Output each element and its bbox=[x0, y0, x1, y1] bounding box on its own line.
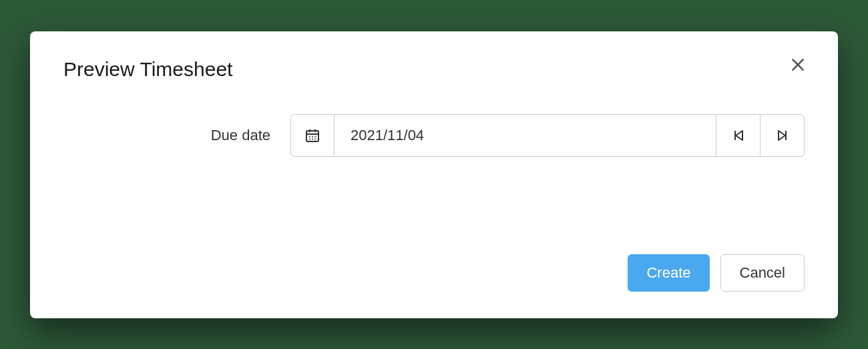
due-date-input[interactable] bbox=[335, 114, 716, 157]
previous-date-button[interactable] bbox=[716, 114, 761, 157]
svg-point-11 bbox=[314, 138, 316, 139]
close-button[interactable] bbox=[785, 51, 811, 78]
skip-next-icon bbox=[775, 127, 791, 143]
modal-title: Preview Timesheet bbox=[63, 58, 805, 81]
svg-point-7 bbox=[312, 136, 313, 137]
due-date-row: Due date bbox=[63, 114, 805, 157]
next-date-button[interactable] bbox=[761, 114, 805, 157]
calendar-icon bbox=[304, 127, 320, 143]
calendar-picker-button[interactable] bbox=[290, 114, 335, 157]
skip-previous-icon bbox=[730, 127, 746, 143]
svg-point-8 bbox=[314, 136, 316, 137]
svg-marker-14 bbox=[779, 131, 785, 140]
preview-timesheet-modal: Preview Timesheet Due date bbox=[30, 31, 838, 318]
due-date-label: Due date bbox=[63, 127, 290, 144]
svg-point-6 bbox=[309, 136, 310, 137]
svg-point-10 bbox=[312, 138, 313, 139]
svg-marker-13 bbox=[736, 131, 742, 140]
due-date-input-group bbox=[290, 114, 805, 157]
modal-actions: Create Cancel bbox=[628, 254, 805, 292]
svg-point-9 bbox=[309, 138, 310, 139]
cancel-button[interactable]: Cancel bbox=[720, 254, 805, 292]
close-icon bbox=[789, 56, 807, 73]
create-button[interactable]: Create bbox=[628, 254, 709, 292]
